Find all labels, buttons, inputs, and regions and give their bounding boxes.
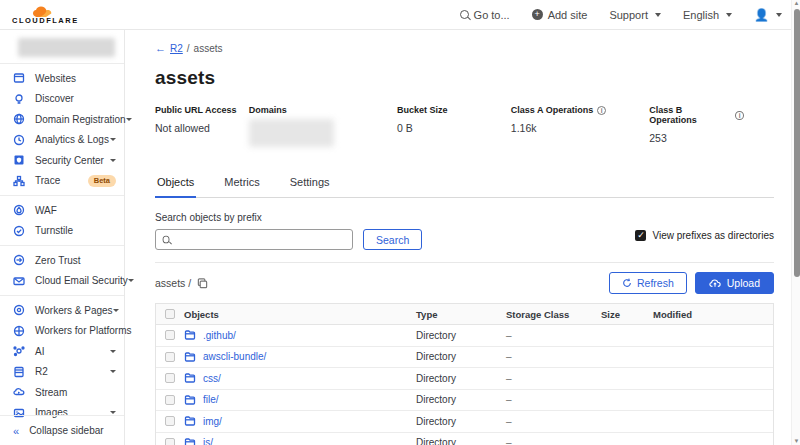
search-label: Search objects by prefix bbox=[155, 212, 422, 223]
table-row[interactable]: .github/ Directory – bbox=[156, 325, 773, 347]
sidebar-item-label: Trace bbox=[35, 175, 82, 186]
row-checkbox[interactable] bbox=[165, 416, 175, 426]
object-link[interactable]: js/ bbox=[203, 437, 213, 445]
object-storage-class: – bbox=[506, 351, 601, 362]
sidebar-item-domain-registration[interactable]: Domain Registration bbox=[0, 109, 124, 130]
object-storage-class: – bbox=[506, 394, 601, 405]
page-scrollbar[interactable]: ▲ ▼ bbox=[791, 0, 800, 445]
sidebar-item-r2[interactable]: R2 bbox=[0, 362, 124, 383]
scrollbar-thumb[interactable] bbox=[794, 9, 800, 277]
upload-button[interactable]: Upload bbox=[695, 272, 774, 294]
column-header-objects[interactable]: Objects bbox=[184, 309, 416, 320]
object-link[interactable]: css/ bbox=[203, 373, 221, 384]
scroll-down-arrow-icon[interactable]: ▼ bbox=[792, 438, 800, 444]
r2-bucket-icon bbox=[13, 366, 25, 378]
sidebar-item-label: Turnstile bbox=[35, 225, 116, 236]
object-link[interactable]: .github/ bbox=[203, 330, 236, 341]
table-row[interactable]: awscli-bundle/ Directory – bbox=[156, 347, 773, 369]
copy-icon[interactable] bbox=[197, 278, 208, 289]
row-checkbox[interactable] bbox=[165, 438, 175, 445]
refresh-button[interactable]: Refresh bbox=[609, 272, 687, 294]
breadcrumb: ← R2 / assets bbox=[155, 42, 774, 54]
sidebar-item-label: Zero Trust bbox=[35, 255, 116, 266]
table-row[interactable]: file/ Directory – bbox=[156, 390, 773, 412]
sidebar-item-turnstile[interactable]: Turnstile bbox=[0, 221, 124, 242]
sidebar-item-websites[interactable]: Websites bbox=[0, 68, 124, 89]
chevron-down-icon bbox=[113, 309, 119, 312]
browser-icon bbox=[13, 72, 25, 84]
column-header-size[interactable]: Size bbox=[601, 309, 653, 320]
sidebar-item-label: Workers for Platforms bbox=[35, 325, 132, 336]
scroll-up-arrow-icon[interactable]: ▲ bbox=[792, 0, 800, 6]
sidebar-item-security-center[interactable]: Security Center bbox=[0, 150, 124, 171]
chevron-down-icon bbox=[776, 13, 782, 17]
clock-icon bbox=[13, 134, 25, 146]
sidebar-item-discover[interactable]: Discover bbox=[0, 89, 124, 110]
stat-label: Public URL Access bbox=[155, 105, 239, 115]
user-icon: 👤 bbox=[754, 8, 769, 22]
sidebar-item-label: Analytics & Logs bbox=[35, 134, 110, 145]
object-storage-class: – bbox=[506, 437, 601, 445]
beta-badge: Beta bbox=[88, 175, 116, 187]
support-menu[interactable]: Support bbox=[609, 9, 661, 21]
search-button[interactable]: Search bbox=[363, 229, 422, 250]
sidebar-item-label: Security Center bbox=[35, 155, 110, 166]
column-header-modified[interactable]: Modified bbox=[653, 309, 773, 320]
refresh-label: Refresh bbox=[637, 277, 674, 289]
tab-objects[interactable]: Objects bbox=[155, 169, 196, 198]
row-checkbox[interactable] bbox=[165, 352, 175, 362]
sidebar-item-waf[interactable]: WAF bbox=[0, 200, 124, 221]
view-prefixes-label: View prefixes as directories bbox=[652, 230, 774, 241]
discover-icon bbox=[13, 93, 25, 105]
sidebar: Websites Discover Domain Registration An… bbox=[0, 30, 125, 445]
account-menu[interactable]: 👤 bbox=[754, 8, 782, 22]
collapse-sidebar-label: Collapse sidebar bbox=[29, 425, 104, 436]
folder-icon bbox=[184, 394, 196, 406]
chevron-down-icon bbox=[110, 350, 116, 353]
sidebar-item-workers-for-platforms[interactable]: Workers for Platforms bbox=[0, 321, 124, 342]
column-header-storage-class[interactable]: Storage Class bbox=[506, 309, 601, 320]
account-name-redacted[interactable] bbox=[18, 38, 115, 57]
tab-metrics[interactable]: Metrics bbox=[222, 169, 261, 197]
tab-bar: Objects Metrics Settings bbox=[155, 169, 774, 198]
platforms-icon bbox=[13, 325, 25, 337]
folder-icon bbox=[184, 415, 196, 427]
sidebar-item-ai[interactable]: AI bbox=[0, 341, 124, 362]
row-checkbox[interactable] bbox=[165, 330, 175, 340]
object-type: Directory bbox=[416, 351, 506, 362]
sidebar-item-zero-trust[interactable]: Zero Trust bbox=[0, 250, 124, 271]
column-header-type[interactable]: Type bbox=[416, 309, 506, 320]
tab-settings[interactable]: Settings bbox=[288, 169, 332, 197]
select-all-checkbox[interactable] bbox=[165, 309, 175, 319]
sidebar-item-label: Stream bbox=[35, 387, 116, 398]
info-icon[interactable]: i bbox=[597, 106, 606, 115]
cloudflare-logo[interactable]: CLOUDFLARE bbox=[12, 4, 79, 25]
chevron-down-icon bbox=[110, 138, 116, 141]
sidebar-item-analytics-logs[interactable]: Analytics & Logs bbox=[0, 130, 124, 151]
sidebar-item-workers-pages[interactable]: Workers & Pages bbox=[0, 300, 124, 321]
row-checkbox[interactable] bbox=[165, 395, 175, 405]
object-link[interactable]: img/ bbox=[203, 416, 222, 427]
stat-public-url-access: Public URL Access Not allowed bbox=[155, 105, 239, 147]
object-link[interactable]: file/ bbox=[203, 394, 219, 405]
sidebar-item-trace[interactable]: Trace Beta bbox=[0, 171, 124, 192]
collapse-sidebar-button[interactable]: « Collapse sidebar bbox=[0, 415, 124, 445]
sidebar-item-stream[interactable]: Stream bbox=[0, 382, 124, 403]
search-input[interactable] bbox=[175, 234, 346, 245]
add-site-button[interactable]: + Add site bbox=[532, 9, 588, 21]
goto-search[interactable]: Go to... bbox=[460, 9, 510, 21]
table-row[interactable]: js/ Directory – bbox=[156, 433, 773, 445]
chevron-down-icon bbox=[726, 13, 732, 17]
sidebar-item-cloud-email-security[interactable]: Cloud Email Security bbox=[0, 271, 124, 292]
object-type: Directory bbox=[416, 437, 506, 445]
language-menu[interactable]: English bbox=[683, 9, 732, 21]
breadcrumb-link-r2[interactable]: R2 bbox=[170, 43, 183, 54]
object-link[interactable]: awscli-bundle/ bbox=[203, 351, 266, 362]
info-icon[interactable]: i bbox=[735, 111, 744, 120]
view-prefixes-checkbox[interactable]: ✓ bbox=[635, 230, 646, 241]
table-row[interactable]: img/ Directory – bbox=[156, 411, 773, 433]
row-checkbox[interactable] bbox=[165, 373, 175, 383]
table-row[interactable]: css/ Directory – bbox=[156, 368, 773, 390]
back-arrow-icon[interactable]: ← bbox=[155, 42, 166, 54]
ai-icon bbox=[13, 345, 25, 357]
